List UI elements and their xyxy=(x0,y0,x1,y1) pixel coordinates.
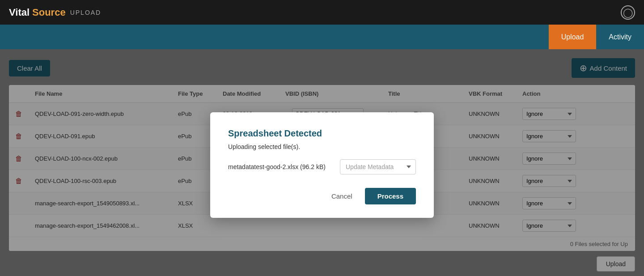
spreadsheet-modal: Spreadsheet Detected Uploading selected … xyxy=(210,112,434,218)
nav-right: ◯ xyxy=(621,5,635,20)
modal-overlay: Spreadsheet Detected Uploading selected … xyxy=(0,49,644,276)
main-area: Clear All ⊕ Add Content File Name File T… xyxy=(0,49,644,276)
modal-subtitle: Uploading selected file(s). xyxy=(228,143,416,150)
modal-file-row: metadatatest-good-2.xlsx (96.2 kB) Updat… xyxy=(228,159,416,174)
nav-activity[interactable]: Activity xyxy=(596,25,644,49)
modal-action-select[interactable]: Update Metadata Update Metadata Replace … xyxy=(340,159,416,174)
user-icon[interactable]: ◯ xyxy=(621,5,635,20)
brand-logo: VitalSource UPLOAD xyxy=(9,7,101,18)
cancel-button[interactable]: Cancel xyxy=(324,188,360,204)
modal-filename: metadatatest-good-2.xlsx (96.2 kB) xyxy=(228,163,326,170)
modal-buttons: Cancel Process xyxy=(228,188,416,204)
brand-source: Source xyxy=(32,7,66,18)
brand-upload: UPLOAD xyxy=(70,9,102,16)
process-button[interactable]: Process xyxy=(365,188,416,204)
filename-text: metadatatest-good-2.xlsx xyxy=(228,163,298,170)
modal-title: Spreadsheet Detected xyxy=(228,128,416,139)
sub-nav: Upload Activity xyxy=(0,25,644,49)
top-nav: VitalSource UPLOAD ◯ xyxy=(0,0,644,25)
filesize-text: (96.2 kB) xyxy=(300,163,326,170)
brand-vital: Vital xyxy=(9,7,30,18)
nav-upload[interactable]: Upload xyxy=(549,25,597,49)
